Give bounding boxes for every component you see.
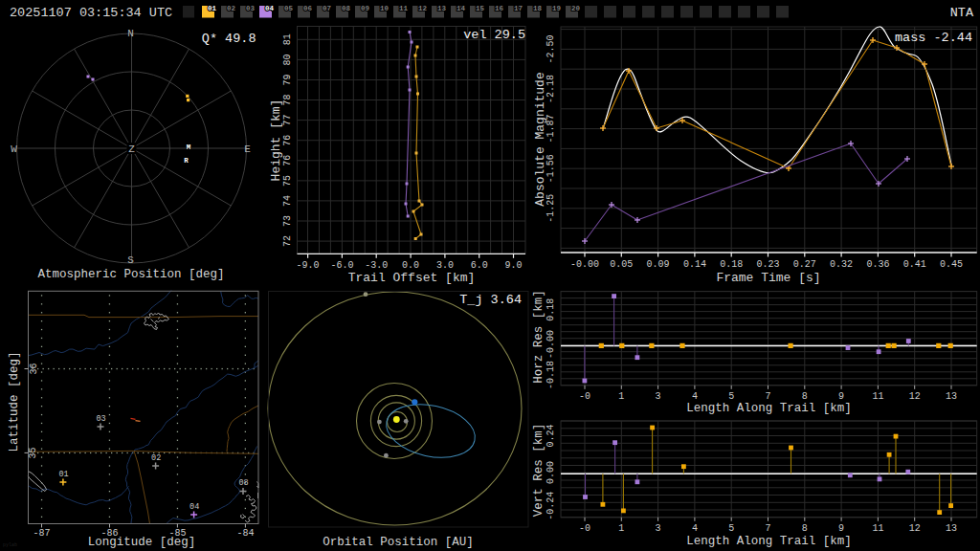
svg-text:01: 01	[208, 5, 217, 12]
svg-text:5: 5	[728, 391, 734, 402]
svg-text:0.00: 0.00	[546, 461, 556, 484]
svg-text:4: 4	[692, 523, 698, 534]
svg-text:11: 11	[872, 523, 883, 534]
svg-text:76: 76	[282, 155, 293, 166]
svg-text:Longitude [deg]: Longitude [deg]	[88, 536, 196, 549]
svg-text:3: 3	[656, 391, 661, 402]
svg-text:13: 13	[946, 391, 957, 402]
svg-text:04: 04	[265, 5, 275, 12]
svg-text:8: 8	[802, 523, 808, 534]
svg-text:13: 13	[437, 5, 447, 12]
svg-text:03: 03	[97, 414, 106, 424]
svg-text:7: 7	[765, 391, 770, 402]
svg-text:17: 17	[514, 5, 523, 12]
svg-text:3.0: 3.0	[436, 260, 454, 271]
svg-text:0.0: 0.0	[402, 260, 419, 271]
svg-text:0.18: 0.18	[546, 298, 556, 321]
svg-text:-2.50: -2.50	[546, 34, 556, 63]
svg-text:Horz Res [km]: Horz Res [km]	[532, 290, 546, 384]
svg-text:T_j 3.64: T_j 3.64	[459, 293, 522, 307]
svg-text:NTA: NTA	[950, 6, 974, 20]
svg-text:01: 01	[58, 470, 68, 479]
svg-text:S: S	[127, 254, 134, 266]
svg-text:12: 12	[909, 391, 921, 402]
svg-text:12: 12	[418, 5, 428, 12]
svg-text:Q* 49.8: Q* 49.8	[202, 32, 256, 46]
svg-text:0.45: 0.45	[940, 259, 963, 270]
svg-text:20: 20	[571, 5, 581, 12]
svg-text:Length Along Trail [km]: Length Along Trail [km]	[686, 402, 852, 415]
svg-text:36: 36	[29, 363, 39, 374]
svg-text:-0: -0	[579, 391, 590, 402]
svg-text:74: 74	[282, 195, 293, 207]
svg-text:06: 06	[303, 5, 313, 12]
svg-text:09: 09	[361, 5, 370, 12]
svg-text:19: 19	[552, 5, 562, 12]
svg-text:11: 11	[399, 5, 409, 12]
svg-text:8: 8	[802, 391, 808, 402]
svg-text:11: 11	[872, 391, 883, 402]
svg-text:-0: -0	[579, 523, 590, 534]
svg-text:10: 10	[380, 5, 390, 12]
svg-text:Atmospheric Position [deg]: Atmospheric Position [deg]	[37, 268, 224, 281]
svg-text:Frame Time [s]: Frame Time [s]	[716, 271, 820, 285]
svg-text:18: 18	[533, 5, 543, 12]
svg-text:9: 9	[838, 523, 844, 534]
svg-text:Vert Res [km]: Vert Res [km]	[532, 424, 546, 518]
svg-text:Trail Offset [km]: Trail Offset [km]	[348, 271, 476, 285]
svg-text:08: 08	[342, 5, 351, 12]
svg-text:1: 1	[618, 391, 624, 402]
svg-text:76: 76	[282, 135, 293, 146]
svg-text:4: 4	[692, 391, 698, 402]
svg-text:0.14: 0.14	[683, 259, 706, 270]
svg-text:81: 81	[282, 33, 293, 45]
svg-text:0.32: 0.32	[830, 259, 853, 270]
svg-text:pylab: pylab	[3, 542, 17, 548]
svg-text:Height [km]: Height [km]	[269, 99, 283, 182]
svg-text:80: 80	[282, 54, 293, 65]
svg-text:16: 16	[495, 5, 504, 12]
svg-text:0.41: 0.41	[903, 259, 926, 270]
svg-text:75: 75	[282, 175, 293, 187]
svg-text:-84: -84	[236, 528, 254, 539]
svg-text:0.27: 0.27	[793, 259, 816, 270]
svg-text:13: 13	[946, 523, 957, 534]
svg-text:E: E	[244, 143, 251, 155]
svg-text:12: 12	[909, 523, 921, 534]
svg-text:9: 9	[838, 391, 844, 402]
svg-text:3: 3	[656, 523, 661, 534]
svg-text:15: 15	[476, 5, 485, 12]
svg-text:78: 78	[282, 94, 293, 105]
svg-text:-3.0: -3.0	[365, 260, 388, 271]
svg-text:03: 03	[246, 5, 256, 12]
svg-text:N: N	[127, 28, 134, 39]
svg-text:-0.24: -0.24	[546, 492, 556, 520]
svg-text:5: 5	[728, 523, 734, 534]
svg-text:0.24: 0.24	[546, 425, 556, 448]
svg-text:Latitude [deg]: Latitude [deg]	[8, 351, 21, 452]
svg-text:-0.00: -0.00	[570, 259, 599, 270]
svg-text:-0.18: -0.18	[546, 361, 556, 389]
svg-text:08: 08	[239, 478, 249, 488]
svg-text:04: 04	[189, 502, 199, 512]
svg-text:0.36: 0.36	[866, 259, 889, 270]
svg-text:35: 35	[29, 447, 39, 458]
svg-text:R: R	[184, 157, 189, 165]
svg-text:14: 14	[457, 5, 466, 12]
svg-text:0.05: 0.05	[610, 259, 633, 270]
svg-text:9.0: 9.0	[504, 260, 522, 271]
svg-text:vel 29.5: vel 29.5	[463, 28, 525, 42]
svg-text:Length Along Trail [km]: Length Along Trail [km]	[686, 535, 852, 548]
svg-text:73: 73	[282, 215, 293, 227]
svg-text:-6.0: -6.0	[330, 260, 353, 271]
svg-text:6.0: 6.0	[471, 260, 488, 271]
svg-text:05: 05	[284, 5, 294, 12]
svg-text:0.18: 0.18	[720, 259, 743, 270]
svg-text:20251107 03:15:34 UTC: 20251107 03:15:34 UTC	[10, 6, 172, 20]
svg-text:0.09: 0.09	[647, 259, 670, 270]
svg-text:mass -2.44: mass -2.44	[895, 31, 972, 45]
svg-text:W: W	[11, 143, 17, 155]
svg-text:-87: -87	[33, 528, 50, 539]
svg-text:0.23: 0.23	[756, 259, 779, 270]
svg-text:Orbital Position [AU]: Orbital Position [AU]	[323, 536, 474, 549]
